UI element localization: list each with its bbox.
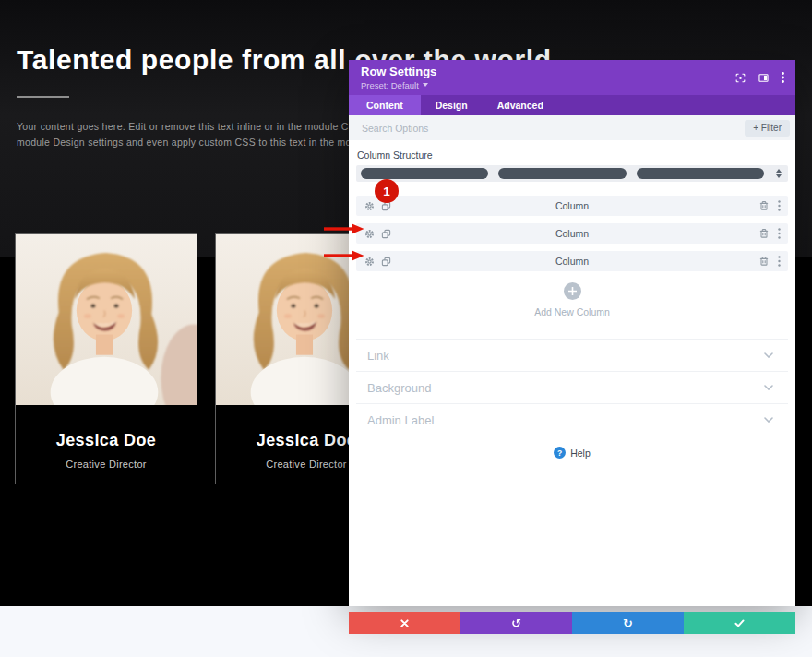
chevron-down-icon [764,417,773,423]
save-button[interactable] [684,612,795,634]
tab-advanced[interactable]: Advanced [483,95,558,115]
undo-button[interactable]: ↻ [460,612,572,634]
column-row-right-icons [758,256,781,267]
gear-icon[interactable] [364,201,375,211]
preset-label: Preset: Default [361,80,419,90]
duplicate-icon[interactable] [381,257,391,267]
column-width-bar[interactable] [498,168,626,179]
accordion-background[interactable]: Background [356,372,788,404]
redo-icon: ↻ [623,617,633,629]
help-icon: ? [554,447,566,459]
more-options-icon[interactable] [778,200,781,211]
column-row-left-icons [364,257,391,267]
add-new-column-label: Add New Column [356,306,788,317]
float-window-icon[interactable] [735,73,746,83]
plus-icon [564,282,581,300]
modal-header-icons [735,72,784,83]
search-bar: + Filter [349,115,795,140]
modal-action-bar: ↻ ↻ [349,612,795,634]
more-options-icon[interactable] [778,256,781,267]
column-row-label: Column [356,200,788,211]
help-link[interactable]: ? Help [356,447,788,459]
heading-divider [17,96,69,98]
filter-button[interactable]: + Filter [745,120,790,137]
add-new-column-button[interactable]: Add New Column [356,282,788,317]
column-row[interactable]: Column [356,251,788,271]
modal-tab-bar: Content Design Advanced [349,95,795,115]
duplicate-icon[interactable] [381,229,391,239]
column-row[interactable]: Column [356,223,788,244]
person-role: Creative Director [16,459,197,470]
portrait-photo [16,234,197,405]
column-row-right-icons [758,228,781,239]
preset-dropdown[interactable]: Preset: Default [361,80,735,90]
column-count-stepper[interactable] [774,169,783,178]
modal-titles: Row Settings Preset: Default [361,66,735,90]
accordion-admin-label[interactable]: Admin Label [356,404,788,436]
trash-icon[interactable] [758,256,770,267]
column-row-label: Column [356,228,788,239]
row-settings-modal: Row Settings Preset: Default Con [349,60,795,606]
dock-right-icon[interactable] [758,73,769,83]
stepper-down-icon [776,174,782,178]
column-row-label: Column [356,256,788,267]
team-cards-row: Jessica Doe Creative Director [15,233,398,484]
chevron-down-icon [764,385,773,390]
undo-icon: ↻ [511,617,521,629]
modal-body: Column Structure Column [349,140,795,606]
close-icon [400,619,409,627]
person-photo [16,234,197,405]
person-card[interactable]: Jessica Doe Creative Director [15,233,197,484]
accordion-label: Background [367,381,431,395]
settings-accordion: Link Background Admin Label [356,339,788,436]
column-width-bar[interactable] [637,168,764,179]
column-list: Column [356,196,788,271]
column-row-left-icons [364,229,391,239]
redo-button[interactable]: ↻ [572,612,684,634]
person-info: Jessica Doe Creative Director [16,405,197,470]
accordion-label: Link [367,349,389,363]
chevron-down-icon [764,352,773,358]
column-structure-label: Column Structure [357,149,788,161]
accordion-link[interactable]: Link [356,340,788,372]
column-row[interactable]: Column [356,196,788,216]
trash-icon[interactable] [758,228,770,239]
gear-icon[interactable] [364,229,375,239]
tab-content[interactable]: Content [349,95,421,115]
check-icon [734,619,745,627]
column-row-right-icons [758,200,781,211]
gear-icon[interactable] [364,257,375,267]
modal-header[interactable]: Row Settings Preset: Default [349,60,795,95]
caret-down-icon [423,83,428,87]
help-label: Help [570,448,591,459]
annotation-arrow [324,223,364,234]
search-input[interactable] [349,115,745,140]
tab-design[interactable]: Design [421,95,483,115]
step-number-badge: 1 [375,179,399,203]
modal-title: Row Settings [361,66,735,78]
accordion-label: Admin Label [367,413,434,427]
trash-icon[interactable] [758,200,770,211]
annotation-arrow [324,250,364,261]
column-structure-control[interactable] [356,165,788,182]
more-options-icon[interactable] [778,228,781,239]
person-name: Jessica Doe [16,431,197,450]
stepper-up-icon [776,169,782,173]
discard-button[interactable] [349,612,460,634]
more-options-icon[interactable] [782,72,784,83]
column-width-bar[interactable] [361,168,488,179]
